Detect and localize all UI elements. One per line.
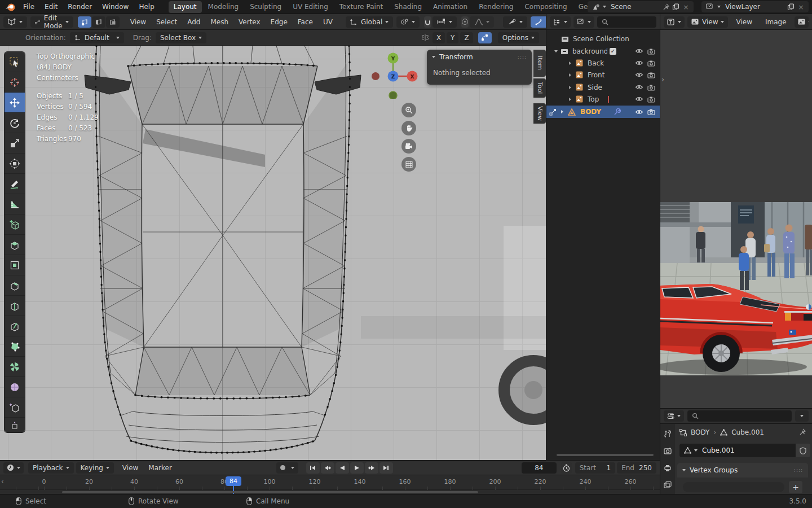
current-frame-field[interactable]: 84 — [522, 462, 557, 474]
sidebar-tab-item[interactable]: Item — [533, 50, 546, 77]
pivot-point-dropdown[interactable] — [396, 16, 420, 28]
editor-type-image[interactable] — [664, 16, 685, 28]
workspace-tab-sculpting[interactable]: Sculpting — [245, 0, 286, 14]
expand-arrow-icon[interactable] — [569, 86, 571, 89]
navigation-gizmo[interactable]: Y X Z — [367, 47, 423, 99]
tool-cursor-button[interactable] — [5, 72, 25, 93]
proportional-editing-button[interactable] — [461, 16, 469, 28]
gizmos-toggle-dropdown[interactable] — [531, 16, 546, 28]
frame-start-field[interactable]: Start1 — [575, 462, 615, 474]
tool-orientation-dropdown[interactable]: Default — [70, 32, 124, 43]
breadcrumb-object[interactable]: BODY — [691, 428, 709, 436]
outliner-search-field[interactable] — [597, 16, 656, 28]
reference-photo[interactable] — [660, 202, 812, 375]
tool-inset-faces-button[interactable] — [5, 255, 25, 275]
tool-bevel-button[interactable] — [5, 275, 25, 296]
blender-logo-icon[interactable] — [5, 2, 16, 12]
vertex-groups-list[interactable] — [683, 482, 784, 492]
editor-type-3d-viewport[interactable] — [3, 16, 27, 28]
use-preview-range-button[interactable] — [561, 462, 572, 474]
tool-extrude-region-button[interactable] — [5, 235, 25, 255]
outliner-row-front[interactable]: Front — [546, 69, 660, 81]
menu-add[interactable]: Add — [182, 14, 205, 30]
tool-select-box-button[interactable] — [5, 52, 25, 72]
falloff-dropdown[interactable] — [470, 16, 494, 28]
sidebar-tab-view[interactable]: View — [533, 103, 546, 124]
fake-user-shield-button[interactable] — [796, 444, 810, 457]
eye-icon[interactable] — [635, 60, 643, 66]
show-gizmo-dropdown[interactable] — [503, 16, 527, 28]
select-mode-edge-button[interactable] — [92, 16, 105, 28]
panel-grip-icon[interactable]: :::: — [794, 467, 803, 473]
eye-icon[interactable] — [635, 48, 643, 54]
workspace-tab-texture-paint[interactable]: Texture Paint — [334, 0, 388, 14]
jump-to-end-button[interactable] — [379, 462, 393, 474]
zoom-button[interactable] — [401, 103, 416, 117]
tool-spin-button[interactable] — [5, 357, 25, 377]
keying-dropdown[interactable]: Keying — [76, 462, 114, 474]
camera-visibility-icon[interactable] — [647, 84, 656, 91]
tool-move-button[interactable] — [5, 93, 25, 113]
panel-grip-icon[interactable]: :::: — [518, 54, 527, 60]
eye-icon[interactable] — [635, 72, 643, 78]
mirror-x-button[interactable]: X — [433, 32, 445, 43]
close-icon[interactable]: × — [798, 3, 804, 11]
playback-dropdown[interactable]: Playback — [28, 462, 74, 474]
menu-timeline-marker[interactable]: Marker — [143, 461, 176, 475]
camera-visibility-icon[interactable] — [647, 108, 656, 115]
play-button[interactable] — [350, 462, 364, 474]
tool-measure-button[interactable] — [5, 194, 25, 214]
properties-filter-dropdown[interactable] — [795, 410, 809, 422]
scene-selector[interactable]: Scene × — [588, 1, 694, 12]
tool-add-cube-button[interactable] — [5, 214, 25, 235]
eye-icon[interactable] — [635, 96, 643, 102]
image-display-mode-dropdown[interactable]: View — [687, 16, 728, 28]
outliner-row-back[interactable]: Back — [546, 57, 660, 69]
menu-file[interactable]: File — [18, 0, 39, 14]
tool-rotate-button[interactable] — [5, 113, 25, 133]
menu-uv[interactable]: UV — [318, 14, 338, 30]
menu-view[interactable]: View — [125, 14, 151, 30]
menu-image-image[interactable]: Image — [760, 14, 792, 30]
tab-viewlayer-properties[interactable] — [661, 479, 674, 491]
region-collapse-chevron[interactable]: ‹ — [1, 478, 4, 485]
workspace-tab-compositing[interactable]: Compositing — [519, 0, 572, 14]
tool-annotate-button[interactable] — [5, 174, 25, 194]
outliner-row-background-collection[interactable]: backround i ✓ — [546, 45, 660, 57]
tool-shear-button[interactable] — [5, 418, 25, 432]
select-mode-vertex-button[interactable] — [78, 16, 91, 28]
tab-render-properties[interactable] — [661, 445, 674, 457]
panel-collapse-chevron[interactable] — [432, 56, 435, 58]
camera-visibility-icon[interactable] — [647, 72, 656, 78]
region-toggle-chevron[interactable]: › — [661, 75, 664, 84]
eye-icon[interactable] — [635, 109, 643, 115]
pan-hand-button[interactable] — [401, 121, 416, 135]
expand-arrow-icon[interactable] — [561, 110, 563, 113]
expand-arrow-icon[interactable] — [569, 62, 571, 65]
snap-toggle-button[interactable] — [424, 16, 431, 28]
menu-timeline-view[interactable]: View — [117, 461, 143, 475]
menu-edit[interactable]: Edit — [39, 0, 63, 14]
menu-face[interactable]: Face — [293, 14, 318, 30]
mirror-z-button[interactable]: Z — [460, 32, 473, 43]
expand-arrow-icon[interactable] — [569, 73, 571, 77]
editor-type-properties[interactable] — [664, 410, 684, 422]
panel-collapse-chevron[interactable] — [682, 469, 686, 471]
jump-to-start-button[interactable] — [306, 462, 320, 474]
outliner-row-side[interactable]: Side — [546, 81, 660, 93]
outliner-display-mode-dropdown[interactable] — [573, 16, 594, 28]
mirror-y-button[interactable]: Y — [447, 32, 458, 43]
mesh-name-field[interactable]: Cube.001 — [679, 444, 796, 457]
editor-type-outliner[interactable] — [550, 16, 571, 28]
tool-edge-slide-button[interactable] — [5, 397, 25, 418]
tab-tool-properties[interactable] — [661, 428, 674, 440]
modifier-wrench-icon[interactable] — [614, 108, 621, 116]
viewport-canvas[interactable]: Top Orthographic (84) BODY Centimeters O… — [0, 46, 546, 460]
menu-mesh[interactable]: Mesh — [205, 14, 233, 30]
workspace-tab-modeling[interactable]: Modeling — [203, 0, 244, 14]
workspace-tab-uv-editing[interactable]: UV Editing — [288, 0, 333, 14]
timeline-hscrollbar[interactable] — [62, 491, 478, 493]
snap-with-dropdown[interactable] — [433, 16, 457, 28]
next-keyframe-button[interactable] — [365, 462, 378, 474]
camera-view-button[interactable] — [401, 139, 416, 154]
